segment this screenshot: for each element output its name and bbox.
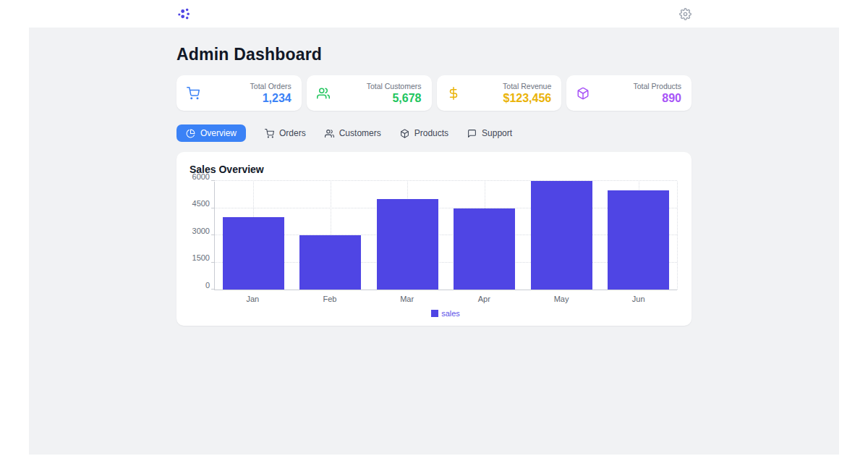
shopping-cart-icon — [187, 87, 200, 100]
tab-label: Orders — [279, 128, 306, 138]
chart-title: Sales Overview — [190, 164, 678, 175]
dollar-sign-icon — [447, 87, 460, 100]
y-tick-label: 4500 — [192, 199, 210, 208]
chart-legend: sales — [214, 309, 677, 318]
y-tick-mark — [211, 262, 215, 263]
stat-value: 890 — [633, 92, 681, 105]
stat-card-total-customers: Total Customers 5,678 — [307, 75, 432, 111]
tab-label: Customers — [339, 128, 381, 138]
bar-apr — [454, 208, 515, 290]
tab-products[interactable]: Products — [400, 124, 448, 142]
x-tick-label: Jan — [214, 295, 292, 303]
y-tick-label: 0 — [205, 281, 210, 290]
legend-label: sales — [441, 309, 460, 318]
tab-label: Support — [482, 128, 512, 138]
bar-chart-plot: 01500300045006000 — [214, 182, 677, 290]
users-icon — [317, 87, 330, 100]
stat-card-total-revenue: Total Revenue $123,456 — [437, 75, 562, 111]
page-title: Admin Dashboard — [176, 45, 692, 64]
tab-orders[interactable]: Orders — [265, 124, 306, 142]
y-tick-mark — [211, 235, 215, 235]
tab-label: Products — [414, 128, 448, 138]
y-tick-mark — [211, 208, 215, 208]
stat-value: $123,456 — [503, 92, 551, 105]
x-axis-labels: JanFebMarAprMayJun — [214, 295, 677, 303]
stat-label: Total Products — [633, 82, 681, 90]
package-icon — [400, 129, 409, 138]
tab-support[interactable]: Support — [467, 124, 512, 142]
tab-customers[interactable]: Customers — [325, 124, 381, 142]
bar-jan — [223, 217, 284, 290]
users-icon — [325, 129, 334, 138]
stat-value: 1,234 — [250, 92, 292, 105]
h-gridline — [215, 180, 677, 181]
bar-mar — [377, 199, 438, 290]
y-tick-label: 3000 — [192, 227, 210, 235]
bar-feb — [299, 235, 361, 290]
bar-may — [531, 181, 592, 290]
stat-label: Total Orders — [250, 82, 292, 90]
stat-card-total-orders: Total Orders 1,234 — [176, 75, 302, 111]
y-tick-label: 6000 — [192, 172, 210, 181]
main-area: Admin Dashboard Total Orders 1,234 — [29, 28, 839, 455]
package-icon — [576, 87, 590, 100]
tab-bar: Overview Orders Custom — [176, 124, 692, 142]
shopping-cart-icon — [265, 129, 274, 138]
message-square-icon — [467, 129, 477, 138]
x-tick-label: May — [523, 295, 600, 303]
stat-label: Total Revenue — [503, 82, 551, 90]
y-tick-label: 1500 — [192, 253, 210, 262]
pie-chart-icon — [186, 129, 195, 138]
x-tick-label: Apr — [446, 295, 523, 303]
stat-card-total-products: Total Products 890 — [566, 75, 692, 111]
x-tick-label: Feb — [292, 295, 369, 303]
y-tick-mark — [211, 180, 215, 181]
tab-label: Overview — [200, 128, 237, 138]
x-tick-label: Mar — [368, 295, 446, 303]
dots-logo-icon[interactable] — [176, 7, 191, 21]
sales-overview-card: Sales Overview 01500300045006000 JanFebM… — [176, 152, 692, 326]
stat-value: 5,678 — [367, 92, 422, 105]
x-tick-label: Jun — [600, 295, 677, 303]
y-tick-mark — [211, 289, 215, 290]
gear-icon[interactable] — [679, 8, 692, 20]
top-header — [0, 0, 868, 28]
stat-cards-row: Total Orders 1,234 Total Customers 5,678 — [176, 75, 692, 111]
v-gridline — [677, 182, 678, 290]
tab-overview[interactable]: Overview — [176, 124, 246, 142]
legend-swatch — [431, 310, 438, 317]
stat-label: Total Customers — [367, 82, 422, 90]
bar-jun — [608, 190, 669, 290]
